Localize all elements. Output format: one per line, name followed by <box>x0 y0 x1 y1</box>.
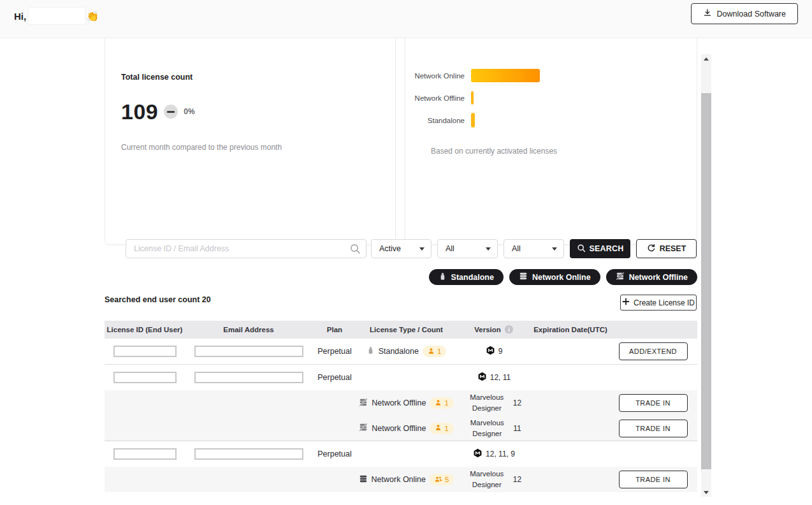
standalone-icon <box>366 346 375 356</box>
product-version-cell: Marvelous Designer 12 <box>456 392 532 413</box>
email-redacted <box>194 448 303 460</box>
status-select[interactable]: Active <box>371 239 431 258</box>
seat-count-badge: 1 <box>430 397 453 409</box>
col-expiration: Expiration Date(UTC) <box>532 326 609 333</box>
vertical-scrollbar <box>701 54 711 497</box>
standalone-icon <box>439 272 447 282</box>
version-cell: 12, 11, 9 <box>456 448 532 460</box>
chevron-down-icon <box>486 247 491 251</box>
chart-label: Standalone <box>405 117 465 124</box>
chevron-down-icon <box>552 247 557 251</box>
clap-emoji: 👏 <box>86 10 99 22</box>
chart-label: Network Online <box>405 72 465 80</box>
chart-row: Standalone <box>405 109 697 131</box>
license-id-redacted <box>113 346 177 357</box>
table-subrow: Network Offline 1 Marvelous Designer 11 … <box>105 416 697 441</box>
license-type-cell: Network Online 5 <box>357 474 456 485</box>
license-type-chart-card: Network OnlineNetwork OfflineStandalone … <box>405 38 697 245</box>
col-license-type: License Type / Count <box>357 326 456 333</box>
total-license-count: 109 <box>121 100 158 123</box>
trade-in-button[interactable]: TRADE IN <box>619 471 688 488</box>
search-button[interactable]: SEARCH <box>570 239 630 258</box>
search-input[interactable] <box>126 239 366 258</box>
chart-row: Network Offline <box>405 87 697 109</box>
network-offline-icon <box>359 423 368 434</box>
email-redacted <box>194 346 303 357</box>
users-icon <box>435 476 442 484</box>
chart-label: Network Offline <box>405 94 465 102</box>
greeting: Hi, 👏 <box>14 8 99 24</box>
email-redacted <box>194 372 303 383</box>
search-box <box>126 239 366 258</box>
chevron-down-icon <box>419 247 424 251</box>
license-type-chart: Network OnlineNetwork OfflineStandalone <box>405 64 697 131</box>
reset-button[interactable]: RESET <box>636 239 697 258</box>
plan-cell: Perpetual <box>312 373 357 382</box>
filter-bar: Active All All SEARCH RESET <box>105 239 697 258</box>
network-online-icon <box>359 474 368 485</box>
info-icon[interactable] <box>504 325 514 335</box>
plan-cell: Perpetual <box>312 450 357 458</box>
network-online-pill[interactable]: Network Online <box>509 269 600 285</box>
scroll-up-button[interactable] <box>701 54 711 63</box>
no-change-icon <box>164 105 178 119</box>
triangle-down-icon <box>704 491 709 494</box>
create-license-button[interactable]: Create License ID <box>620 295 697 311</box>
card-caption: Current month compared to the previous m… <box>121 143 282 152</box>
table-row: Perpetual 12, 11, 9 <box>105 441 697 467</box>
version-cell: 12, 11 <box>456 372 532 383</box>
chart-row: Network Online <box>405 64 697 87</box>
trade-in-button[interactable]: TRADE IN <box>619 420 688 437</box>
card-title: Total license count <box>121 73 192 82</box>
username-redacted <box>29 8 85 24</box>
network-offline-pill[interactable]: Network Offline <box>606 269 697 285</box>
network-online-icon <box>519 272 528 282</box>
search-icon <box>349 243 361 257</box>
add-extend-button[interactable]: ADD/EXTEND <box>619 342 688 360</box>
license-type-select[interactable]: All <box>437 239 498 258</box>
license-id-redacted <box>113 372 177 383</box>
license-type-cell: Network Offline 1 <box>357 397 456 409</box>
seat-count-badge: 1 <box>423 346 446 357</box>
product-name: Marvelous Designer <box>467 418 507 439</box>
license-id-redacted <box>113 448 177 460</box>
chart-caption: Based on currently activated licenses <box>431 147 557 156</box>
col-version: Version <box>456 325 532 335</box>
product-version-cell: Marvelous Designer 11 <box>456 418 532 439</box>
seat-count-badge: 5 <box>430 474 454 485</box>
greeting-text: Hi, <box>14 11 26 22</box>
product-version: 12 <box>513 475 521 484</box>
download-icon <box>703 8 712 19</box>
user-icon <box>428 348 435 356</box>
user-icon <box>435 399 442 407</box>
change-percent: 0% <box>184 107 194 116</box>
trade-in-button[interactable]: TRADE IN <box>619 394 688 412</box>
scroll-down-button[interactable] <box>701 488 711 497</box>
chart-bar-network-online <box>471 69 540 82</box>
table-row: Perpetual 12, 11 <box>105 365 697 390</box>
total-license-card: Total license count 109 0% Current month… <box>105 38 396 245</box>
product-version: 11 <box>513 424 521 433</box>
plus-icon <box>622 298 630 307</box>
license-type-cell: Network Offline 1 <box>357 423 456 434</box>
license-table: License ID (End User) Email Address Plan… <box>105 321 697 492</box>
marvelous-designer-logo-icon <box>477 372 487 383</box>
product-name: Marvelous Designer <box>467 469 507 490</box>
standalone-pill[interactable]: Standalone <box>429 269 504 285</box>
plan-cell: Perpetual <box>312 347 357 356</box>
scrollbar-thumb[interactable] <box>701 93 711 469</box>
download-software-button[interactable]: Download Software <box>691 3 798 24</box>
version-cell: 9 <box>456 346 532 357</box>
table-subrow: Network Online 5 Marvelous Designer 12 T… <box>105 467 697 492</box>
license-type-pills: Standalone Network Online <box>429 269 697 285</box>
product-version-cell: Marvelous Designer 12 <box>456 469 532 490</box>
product-version: 12 <box>513 399 521 407</box>
product-name: Marvelous Designer <box>467 392 507 413</box>
triangle-up-icon <box>704 57 709 61</box>
version-select[interactable]: All <box>504 239 564 258</box>
table-subrow: Network Offline 1 Marvelous Designer 12 … <box>105 390 697 416</box>
chart-bar-standalone <box>471 113 475 128</box>
user-icon <box>435 424 442 432</box>
marvelous-designer-logo-icon <box>486 346 495 357</box>
top-bar: Hi, 👏 Download Software <box>0 0 812 38</box>
